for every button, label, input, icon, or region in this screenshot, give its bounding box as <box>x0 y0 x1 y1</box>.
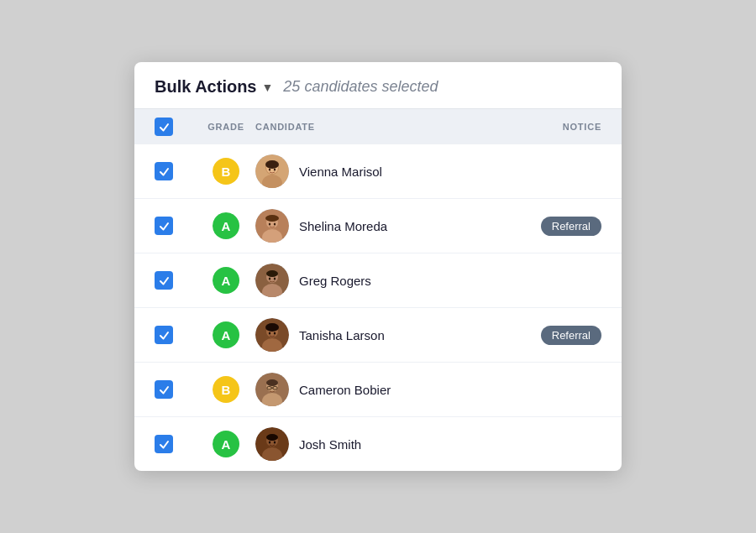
avatar <box>255 373 289 406</box>
svg-point-18 <box>274 278 276 280</box>
table-row: A Greg Rogers <box>134 253 622 308</box>
grade-cell: A <box>197 321 255 348</box>
row-checkbox[interactable] <box>155 435 173 453</box>
row-checkbox-cell <box>155 217 197 235</box>
bulk-actions-button[interactable]: Bulk Actions ▼ <box>155 77 273 97</box>
row-checkbox[interactable] <box>155 162 173 180</box>
svg-point-12 <box>274 223 276 226</box>
candidates-card: Bulk Actions ▼ 25 candidates selected Gr… <box>134 62 622 471</box>
candidate-name: Cameron Bobier <box>299 383 391 397</box>
referral-badge: Referral <box>541 326 601 345</box>
avatar <box>255 264 289 297</box>
candidate-name: Vienna Marisol <box>299 165 382 179</box>
notice-cell: Referral <box>509 326 601 345</box>
row-checkbox-cell <box>155 435 197 453</box>
svg-point-22 <box>265 323 279 332</box>
table-header: Grade Candidate Notice <box>134 109 622 144</box>
table-body: B Vienna Marisol A <box>134 144 622 471</box>
svg-point-5 <box>269 169 270 171</box>
grade-badge: A <box>213 321 239 348</box>
candidate-cell: Tanisha Larson <box>255 318 509 352</box>
notice-column-header: Notice <box>509 122 601 132</box>
candidate-cell: Cameron Bobier <box>255 373 509 406</box>
row-checkbox[interactable] <box>155 217 173 235</box>
svg-point-23 <box>269 332 270 335</box>
svg-point-6 <box>274 169 276 171</box>
grade-badge: B <box>213 376 239 403</box>
table-row: B Cameron Bobier <box>134 363 622 417</box>
avatar <box>255 318 289 352</box>
svg-point-16 <box>266 270 278 277</box>
chevron-down-icon: ▼ <box>262 81 274 94</box>
row-checkbox-cell <box>155 326 197 344</box>
grade-badge: A <box>213 431 239 457</box>
header-checkbox-cell <box>155 118 197 136</box>
row-checkbox[interactable] <box>155 380 173 399</box>
candidate-cell: Josh Smith <box>255 427 509 461</box>
card-header: Bulk Actions ▼ 25 candidates selected <box>134 62 622 109</box>
candidate-name: Greg Rogers <box>299 274 371 288</box>
candidate-name: Shelina Moreda <box>299 219 387 233</box>
notice-cell: Referral <box>509 217 601 236</box>
select-all-checkbox[interactable] <box>155 118 173 136</box>
svg-point-17 <box>269 278 270 280</box>
svg-point-10 <box>265 215 279 222</box>
grade-cell: B <box>197 158 255 185</box>
row-checkbox-cell <box>155 380 197 399</box>
svg-point-35 <box>266 434 278 441</box>
candidate-cell: Shelina Moreda <box>255 209 509 243</box>
bulk-actions-label: Bulk Actions <box>155 77 257 97</box>
svg-point-36 <box>269 442 270 444</box>
svg-point-37 <box>274 442 276 444</box>
candidate-column-header: Candidate <box>255 122 509 132</box>
grade-cell: A <box>197 212 255 239</box>
referral-badge: Referral <box>541 217 601 236</box>
selected-count: 25 candidates selected <box>283 78 438 96</box>
avatar <box>255 427 289 461</box>
svg-point-4 <box>265 160 279 169</box>
grade-cell: A <box>197 267 255 294</box>
row-checkbox-cell <box>155 162 197 180</box>
table-row: A Tanisha Larson Referral <box>134 308 622 363</box>
grade-cell: A <box>197 431 255 457</box>
row-checkbox-cell <box>155 271 197 290</box>
candidate-cell: Vienna Marisol <box>255 154 509 188</box>
row-checkbox[interactable] <box>155 326 173 344</box>
row-checkbox[interactable] <box>155 271 173 290</box>
avatar <box>255 154 289 188</box>
grade-badge: A <box>213 267 239 294</box>
grade-badge: B <box>213 158 239 185</box>
candidate-name: Josh Smith <box>299 437 361 452</box>
svg-point-24 <box>274 332 276 335</box>
grade-cell: B <box>197 376 255 403</box>
svg-point-28 <box>266 379 278 386</box>
table-row: B Vienna Marisol <box>134 144 622 199</box>
candidate-name: Tanisha Larson <box>299 328 385 342</box>
avatar <box>255 209 289 243</box>
candidate-cell: Greg Rogers <box>255 264 509 297</box>
table-row: A Josh Smith <box>134 417 622 471</box>
svg-point-11 <box>269 223 270 226</box>
table-row: A Shelina Moreda Referral <box>134 199 622 253</box>
grade-column-header: Grade <box>197 122 255 132</box>
grade-badge: A <box>213 212 239 239</box>
